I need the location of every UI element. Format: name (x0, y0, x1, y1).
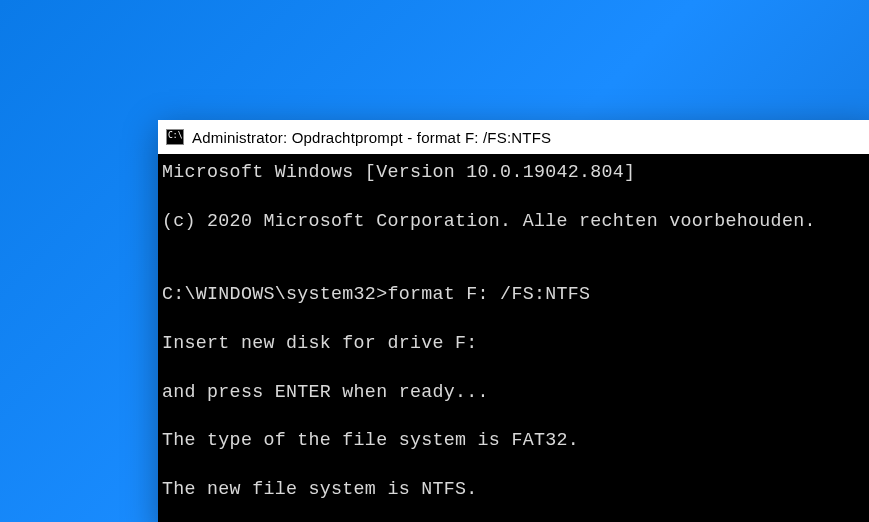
terminal-line: Microsoft Windows [Version 10.0.19042.80… (162, 160, 869, 184)
command-prompt-icon: C:\ (166, 129, 184, 145)
command-prompt-window: C:\ Administrator: Opdrachtprompt - form… (158, 120, 869, 522)
terminal-line: and press ENTER when ready... (162, 380, 869, 404)
terminal-line: (c) 2020 Microsoft Corporation. Alle rec… (162, 209, 869, 233)
terminal-line: The new file system is NTFS. (162, 477, 869, 501)
terminal-line: The type of the file system is FAT32. (162, 428, 869, 452)
titlebar[interactable]: C:\ Administrator: Opdrachtprompt - form… (158, 120, 869, 154)
svg-text:C:\: C:\ (168, 131, 183, 140)
terminal-line: Insert new disk for drive F: (162, 331, 869, 355)
window-title: Administrator: Opdrachtprompt - format F… (192, 129, 551, 146)
terminal-line: C:\WINDOWS\system32>format F: /FS:NTFS (162, 282, 869, 306)
terminal-output[interactable]: Microsoft Windows [Version 10.0.19042.80… (158, 154, 869, 522)
